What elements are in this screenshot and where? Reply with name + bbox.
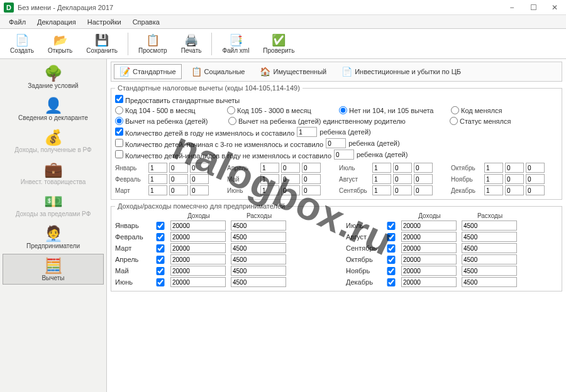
month-sep-val3[interactable] xyxy=(414,185,433,195)
expense-jan[interactable] xyxy=(231,220,286,231)
month-jan-val3[interactable] xyxy=(190,163,209,173)
month-jun-val3[interactable] xyxy=(302,185,321,195)
maximize-button[interactable]: ☐ xyxy=(526,3,541,12)
expense-feb[interactable] xyxy=(231,232,286,242)
month-mar-val1[interactable] xyxy=(148,185,167,195)
menu-declaration[interactable]: Декларация xyxy=(32,17,81,27)
minimize-button[interactable]: − xyxy=(504,3,519,12)
month-aug-val3[interactable] xyxy=(414,174,433,184)
month-jul-val2[interactable] xyxy=(393,163,412,173)
children-from3-input[interactable] xyxy=(326,138,346,148)
children-disabled-input[interactable] xyxy=(334,150,354,160)
sidebar-entrepreneur[interactable]: 🧑‍💼Предприниматели xyxy=(3,222,104,253)
month-jul-val1[interactable] xyxy=(372,163,391,173)
month-sep-val2[interactable] xyxy=(393,185,412,195)
month-feb-val1[interactable] xyxy=(148,174,167,184)
month-may-val3[interactable] xyxy=(302,174,321,184)
menu-help[interactable]: Справка xyxy=(128,17,165,27)
menu-settings[interactable]: Настройки xyxy=(82,17,126,27)
income-aug[interactable] xyxy=(401,232,457,242)
month-oct-val3[interactable] xyxy=(526,163,545,173)
radio-status-changed[interactable] xyxy=(450,117,458,125)
children-disabled-checkbox[interactable] xyxy=(115,150,123,158)
income-jul[interactable] xyxy=(401,220,457,231)
month-mar-val3[interactable] xyxy=(190,185,209,195)
income-dec[interactable] xyxy=(401,277,457,287)
month-nov-val1[interactable] xyxy=(484,174,503,184)
income-mar[interactable] xyxy=(170,243,226,253)
tab-property[interactable]: 🏠Имущественный xyxy=(254,64,332,79)
ie-check-sep[interactable] xyxy=(385,244,397,253)
month-mar-val2[interactable] xyxy=(169,185,188,195)
expense-oct[interactable] xyxy=(462,254,517,264)
month-jun-val1[interactable] xyxy=(260,185,279,195)
expense-may[interactable] xyxy=(231,266,286,276)
month-aug-val2[interactable] xyxy=(393,174,412,184)
month-oct-val1[interactable] xyxy=(484,163,503,173)
children-count-checkbox[interactable] xyxy=(115,128,123,136)
menu-file[interactable]: Файл xyxy=(4,17,31,27)
ie-check-dec[interactable] xyxy=(385,278,397,286)
month-dec-val1[interactable] xyxy=(484,185,503,195)
expense-sep[interactable] xyxy=(462,243,517,253)
sidebar-income-abroad[interactable]: 💵Доходы за пределами РФ xyxy=(3,190,104,220)
open-button[interactable]: 📂Открыть xyxy=(42,32,79,55)
month-nov-val3[interactable] xyxy=(526,174,545,184)
children-from3-checkbox[interactable] xyxy=(115,139,123,147)
tab-standard[interactable]: 📝Стандартные xyxy=(114,64,182,79)
radio-child[interactable] xyxy=(115,117,123,125)
month-nov-val2[interactable] xyxy=(505,174,524,184)
month-dec-val3[interactable] xyxy=(526,185,545,195)
radio-none[interactable] xyxy=(339,106,347,114)
expense-dec[interactable] xyxy=(462,277,517,287)
ie-check-may[interactable] xyxy=(154,267,167,275)
expense-jun[interactable] xyxy=(231,277,286,287)
ie-check-apr[interactable] xyxy=(154,256,167,264)
ie-check-mar[interactable] xyxy=(154,244,167,253)
expense-apr[interactable] xyxy=(231,254,286,264)
month-jul-val3[interactable] xyxy=(414,163,433,173)
ie-check-oct[interactable] xyxy=(385,256,397,264)
income-jan[interactable] xyxy=(170,220,226,231)
ie-check-aug[interactable] xyxy=(385,233,397,241)
expense-aug[interactable] xyxy=(462,232,517,242)
income-nov[interactable] xyxy=(401,266,457,276)
income-sep[interactable] xyxy=(401,243,457,253)
sidebar-invest[interactable]: 💼Инвест. товарищества xyxy=(3,158,104,188)
income-oct[interactable] xyxy=(401,254,457,264)
print-button[interactable]: 🖨️Печать xyxy=(175,32,208,55)
provide-standard-checkbox[interactable] xyxy=(115,95,123,103)
sidebar-income-rf[interactable]: 💰Доходы, полученные в РФ xyxy=(3,126,104,156)
xml-button[interactable]: 📑Файл xml xyxy=(216,32,255,55)
expense-jul[interactable] xyxy=(462,220,517,231)
radio-child-single[interactable] xyxy=(228,117,236,125)
income-jun[interactable] xyxy=(170,277,226,287)
create-button[interactable]: 📄Создать xyxy=(4,32,40,55)
month-oct-val2[interactable] xyxy=(505,163,524,173)
month-dec-val2[interactable] xyxy=(505,185,524,195)
income-may[interactable] xyxy=(170,266,226,276)
month-jan-val2[interactable] xyxy=(169,163,188,173)
radio-code-104[interactable] xyxy=(115,106,123,114)
income-apr[interactable] xyxy=(170,254,226,264)
radio-code-105[interactable] xyxy=(227,106,235,114)
ie-check-jan[interactable] xyxy=(154,222,167,230)
tab-social[interactable]: 📋Социальные xyxy=(186,64,251,79)
month-feb-val2[interactable] xyxy=(169,174,188,184)
expense-mar[interactable] xyxy=(231,243,286,253)
month-feb-val3[interactable] xyxy=(190,174,209,184)
expense-nov[interactable] xyxy=(462,266,517,276)
check-button[interactable]: ✅Проверить xyxy=(257,32,301,55)
month-sep-val1[interactable] xyxy=(372,185,391,195)
ie-check-nov[interactable] xyxy=(385,267,397,275)
sidebar-conditions[interactable]: 🌳Задание условий xyxy=(3,62,104,92)
ie-check-feb[interactable] xyxy=(154,233,167,241)
income-feb[interactable] xyxy=(170,232,226,242)
save-button[interactable]: 💾Сохранить xyxy=(80,32,124,55)
close-button[interactable]: ✕ xyxy=(547,3,562,12)
sidebar-deductions[interactable]: 🧮Вычеты xyxy=(3,254,104,285)
month-apr-val1[interactable] xyxy=(260,163,279,173)
month-aug-val1[interactable] xyxy=(372,174,391,184)
month-apr-val3[interactable] xyxy=(302,163,321,173)
month-may-val2[interactable] xyxy=(281,174,300,184)
